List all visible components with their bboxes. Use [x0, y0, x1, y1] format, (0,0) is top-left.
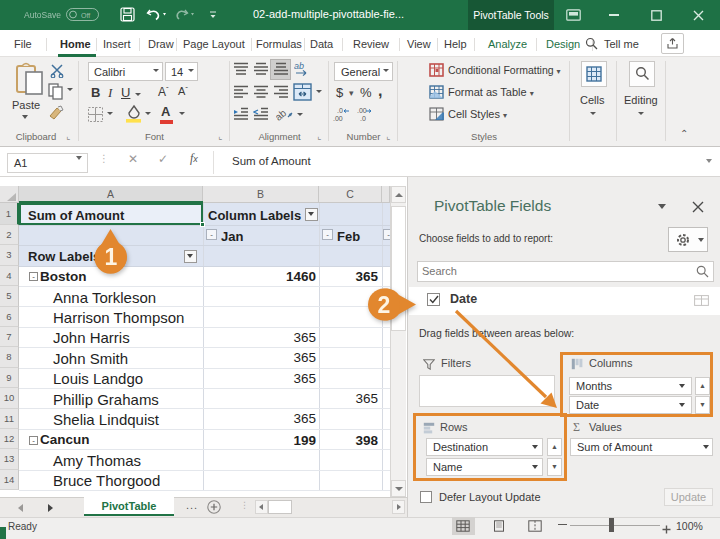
- svg-text:1: 1: [105, 244, 118, 270]
- svg-text:.0: .0: [337, 107, 343, 114]
- svg-text:.00: .00: [357, 107, 367, 114]
- svg-text:.0: .0: [360, 115, 366, 122]
- svg-text:ab: ab: [276, 107, 289, 122]
- svg-text:ab: ab: [294, 61, 304, 71]
- svg-text:Off: Off: [81, 12, 90, 19]
- svg-text:2: 2: [378, 292, 391, 318]
- svg-text:.00: .00: [333, 115, 343, 122]
